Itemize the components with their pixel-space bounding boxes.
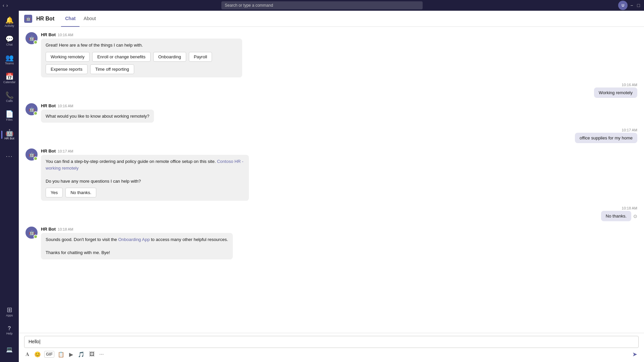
bot-avatar-4: 🤖 <box>25 227 38 239</box>
emoji-btn[interactable]: 😊 <box>33 350 42 359</box>
hrbot-icon: 🤖 <box>5 129 14 136</box>
user-msg-text-3: No thanks. <box>606 214 627 219</box>
message-content-2: HR Bot 10:16 AM What would you like to k… <box>41 103 154 123</box>
option-buttons: Working remotely Enroll or change benefi… <box>46 52 237 74</box>
message-input-box[interactable]: Hello| <box>24 336 639 348</box>
reaction-icon: ⊙ <box>633 214 637 219</box>
sidebar-item-files[interactable]: 📄 Files <box>1 107 17 125</box>
option-onboarding[interactable]: Onboarding <box>153 52 186 62</box>
search-bar[interactable]: Search or type a command <box>221 1 423 9</box>
sidebar-calls-label: Calls <box>6 99 13 103</box>
audio-btn[interactable]: 🎵 <box>76 350 86 359</box>
sidebar-item-calls[interactable]: 📞 Calls <box>1 88 17 106</box>
bot-avatar-icon: 🤖 <box>29 36 35 41</box>
device-icon: 💻 <box>6 346 13 353</box>
user-msg-bubble-3: No thanks. <box>601 211 631 221</box>
msg-text-before-4: Sounds good. Don't forget to visit the <box>46 237 118 242</box>
onboarding-app-link[interactable]: Onboarding App <box>118 237 150 242</box>
sidebar-more-btn[interactable]: ··· <box>1 147 17 165</box>
chat-icon: 💬 <box>5 36 14 42</box>
message-sender-3: HR Bot <box>41 148 56 154</box>
sidebar-item-activity[interactable]: 🔔 Activity <box>1 13 17 31</box>
more-tools-btn[interactable]: ··· <box>98 350 105 359</box>
message-bubble-4: Sounds good. Don't forget to visit the O… <box>41 233 233 259</box>
meet-btn[interactable]: ▶ <box>68 350 74 359</box>
message-row: 🤖 HR Bot 10:16 AM Great! Here are a few … <box>25 32 637 77</box>
input-toolbar: 𝐀 😊 GIF 📋 ▶ 🎵 🖼 ··· ➤ <box>24 348 639 361</box>
user-msg-text-2: office supplies for my home <box>580 135 633 140</box>
send-btn[interactable]: ➤ <box>631 349 639 359</box>
option-expense-reports[interactable]: Expense reports <box>46 64 88 74</box>
sidebar-item-hrbot[interactable]: 🤖 HR Bot <box>1 126 17 143</box>
message-text-2: What would you like to know about workin… <box>46 114 149 119</box>
message-bubble-2: What would you like to know about workin… <box>41 110 154 123</box>
sidebar-device-btn[interactable]: 💻 <box>1 341 17 358</box>
gif-btn[interactable]: GIF <box>44 351 54 358</box>
online-badge-2 <box>34 111 38 115</box>
tab-about[interactable]: About <box>79 11 100 27</box>
option-payroll[interactable]: Payroll <box>189 52 212 62</box>
sidebar-activity-label: Activity <box>5 24 14 27</box>
message-time-2: 10:16 AM <box>58 104 73 108</box>
sidebar-item-help[interactable]: ? Help <box>1 322 17 339</box>
format-btn[interactable]: 𝐀 <box>24 350 31 359</box>
msg-text2: Do you have any more questions I can hel… <box>46 179 141 184</box>
sidebar-apps-label: Apps <box>6 314 13 317</box>
message-row-user2: 10:17 AM office supplies for my home <box>25 128 637 143</box>
msg-text-before: You can find a step-by-step ordering and… <box>46 159 217 164</box>
sidebar-teams-label: Teams <box>5 62 14 65</box>
user-msg-time-2: 10:17 AM <box>575 128 637 132</box>
option-yes[interactable]: Yes <box>46 188 63 197</box>
message-row-user: 10:16 AM Working remotely <box>25 83 637 98</box>
image-btn[interactable]: 🖼 <box>88 350 96 359</box>
sidebar-help-label: Help <box>6 332 13 335</box>
activity-icon: 🔔 <box>5 17 14 23</box>
help-icon: ? <box>8 326 11 331</box>
files-icon: 📄 <box>5 111 14 117</box>
more-icon: ··· <box>6 153 13 160</box>
restore-btn[interactable]: □ <box>636 3 641 8</box>
user-message-wrapper: 10:16 AM Working remotely <box>594 83 637 98</box>
message-row-user3: 10:18 AM No thanks. ⊙ <box>25 206 637 221</box>
nav-back-btn[interactable]: ‹ <box>3 3 4 8</box>
tab-chat[interactable]: Chat <box>61 11 79 27</box>
msg-text-after-4: to access many other helpful resources. <box>150 237 228 242</box>
minimize-btn[interactable]: − <box>629 3 634 8</box>
message-sender-2: HR Bot <box>41 103 56 108</box>
channel-icon: 🤖 <box>24 15 32 23</box>
option-no-thanks[interactable]: No thanks. <box>65 188 96 197</box>
sidebar-item-teams[interactable]: 👥 Teams <box>1 51 17 68</box>
sidebar-files-label: Files <box>6 118 12 121</box>
bot-icon-3: 🤖 <box>29 152 35 157</box>
online-badge <box>34 40 38 44</box>
user-msg-wrapper-3: 10:18 AM No thanks. ⊙ <box>601 206 637 221</box>
channel-header: 🤖 HR Bot Chat About <box>19 11 644 27</box>
sidebar-item-calendar[interactable]: 📅 Calendar <box>1 70 17 87</box>
message-content-3: HR Bot 10:17 AM You can find a step-by-s… <box>41 148 249 201</box>
search-placeholder: Search or type a command <box>225 3 273 8</box>
online-badge-3 <box>34 157 38 161</box>
sidebar-chat-label: Chat <box>6 43 12 46</box>
user-avatar[interactable]: U <box>618 1 628 10</box>
message-bubble-3: You can find a step-by-step ordering and… <box>41 155 249 201</box>
message-sender-4: HR Bot <box>41 227 56 232</box>
option-enroll-benefits[interactable]: Enroll or change benefits <box>92 52 151 62</box>
message-row-bot3: 🤖 HR Bot 10:17 AM You can find a step-by… <box>25 148 637 201</box>
message-text: Great! Here are a few of the things I ca… <box>46 43 143 48</box>
sidebar-item-apps[interactable]: ⊞ Apps <box>1 303 17 320</box>
user-msg-text: Working remotely <box>599 90 633 95</box>
message-bubble: Great! Here are a few of the things I ca… <box>41 39 242 77</box>
option-working-remotely[interactable]: Working remotely <box>46 52 90 62</box>
channel-name: HR Bot <box>36 16 54 22</box>
bot-icon-4: 🤖 <box>29 230 35 235</box>
calendar-icon: 📅 <box>5 73 14 80</box>
nav-forward-btn[interactable]: › <box>6 3 8 8</box>
bot-icon-2: 🤖 <box>29 107 35 112</box>
sidebar-calendar-label: Calendar <box>3 80 16 84</box>
bot-avatar-3: 🤖 <box>25 148 38 161</box>
sticker-btn[interactable]: 📋 <box>56 350 66 359</box>
option-time-off[interactable]: Time off reporting <box>90 64 134 74</box>
sidebar-item-chat[interactable]: 💬 Chat <box>1 32 17 50</box>
message-row-bot4: 🤖 HR Bot 10:18 AM Sounds good. Don't for… <box>25 227 637 259</box>
input-area: Hello| 𝐀 😊 GIF 📋 ▶ 🎵 🖼 ··· ➤ <box>19 333 644 362</box>
